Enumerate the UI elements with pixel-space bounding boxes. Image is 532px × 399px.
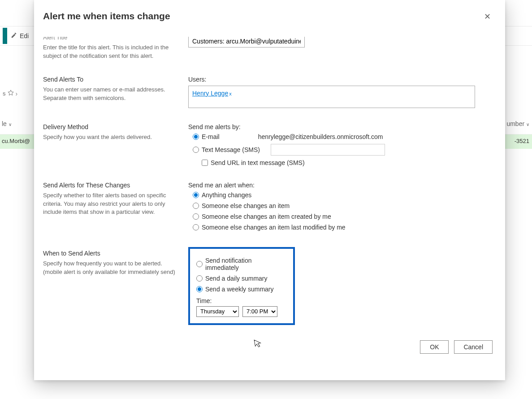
edit-command[interactable]: Edi [11, 32, 29, 40]
changes-field-label: Send me an alert when: [188, 182, 493, 189]
time-row: Time: Thursday 7:00 PM [196, 297, 287, 317]
user-chip-henry-legge[interactable]: Henry Legge [192, 90, 228, 97]
time-hour-select[interactable]: 7:00 PM [242, 306, 277, 317]
bg-letter-s: s [3, 90, 6, 97]
alert-title-input[interactable] [188, 37, 305, 48]
sms-number-input[interactable] [271, 144, 385, 156]
when-label-weekly: Send a weekly summary [205, 286, 274, 293]
section-changes: Send Alerts for These Changes Specify wh… [43, 182, 493, 234]
edit-label: Edi [20, 32, 29, 39]
dialog-body: Alert Title Enter the title for this ale… [43, 37, 498, 376]
users-people-picker[interactable]: Henry Leggex [188, 86, 475, 108]
when-label-immediately: Send notification immediately [205, 257, 287, 271]
delivery-radio-email[interactable] [193, 134, 199, 140]
when-heading: When to Send Alerts [43, 250, 177, 257]
delivery-email-label: E-mail [202, 133, 220, 140]
changes-label-modified-by-me: Someone else changes an item last modifi… [202, 224, 346, 231]
delivery-option-sms-row: Text Message (SMS) [188, 144, 493, 156]
delivery-heading: Delivery Method [43, 123, 177, 130]
dialog-header: Alert me when items change ✕ [34, 0, 505, 29]
changes-radio-created-by-me[interactable] [193, 213, 199, 220]
bg-row-number-fragment: -3521 [515, 138, 529, 144]
cancel-button[interactable]: Cancel [454, 340, 493, 354]
when-label-daily: Send a daily summary [205, 275, 268, 282]
star-icon[interactable] [8, 90, 14, 97]
section-send-to: Send Alerts To You can enter user names … [43, 76, 493, 108]
time-label: Time: [196, 297, 287, 304]
changes-radio-modified-by-me[interactable] [193, 224, 199, 230]
when-radio-daily[interactable] [196, 275, 203, 282]
send-to-description: You can enter user names or e-mail addre… [43, 86, 177, 103]
section-delivery: Delivery Method Specify how you want the… [43, 123, 493, 166]
when-radio-immediately[interactable] [196, 261, 203, 267]
send-url-label: Send URL in text message (SMS) [211, 159, 305, 166]
bg-breadcrumb: s › [0, 90, 17, 97]
bg-col-right[interactable]: umber ∨ [506, 120, 529, 127]
bg-accent-bar [3, 28, 7, 44]
time-day-select[interactable]: Thursday [196, 306, 239, 317]
bg-row-email-fragment: cu.Morbi@ [2, 138, 30, 144]
send-to-heading: Send Alerts To [43, 76, 177, 83]
delivery-email-address: henrylegge@citizenbuilders.onmicrosoft.c… [258, 133, 383, 140]
changes-description: Specify whether to filter alerts based o… [43, 191, 177, 217]
when-radio-weekly[interactable] [196, 286, 203, 292]
ok-button[interactable]: OK [420, 340, 449, 354]
user-chip-remove[interactable]: x [229, 91, 232, 96]
close-icon[interactable]: ✕ [482, 11, 493, 22]
dialog-footer: OK Cancel [43, 340, 493, 361]
delivery-sms-label: Text Message (SMS) [202, 146, 260, 153]
delivery-radio-sms[interactable] [193, 147, 199, 153]
bg-col-left[interactable]: le ∨ [2, 120, 12, 127]
changes-heading: Send Alerts for These Changes [43, 182, 177, 189]
changes-radio-someone-else[interactable] [193, 203, 199, 209]
users-field-label: Users: [188, 76, 493, 83]
section-alert-title: Alert Title Enter the title for this ale… [43, 37, 493, 61]
send-url-row: Send URL in text message (SMS) [202, 159, 493, 166]
delivery-option-email-row: E-mail henrylegge@citizenbuilders.onmicr… [188, 133, 493, 140]
dialog-title: Alert me when items change [43, 11, 170, 22]
alert-settings-dialog: Alert me when items change ✕ Alert Title… [34, 0, 505, 380]
alert-title-description: Enter the title for this alert. This is … [43, 43, 177, 61]
changes-radio-anything[interactable] [193, 192, 199, 198]
changes-label-created-by-me: Someone else changes an item created by … [202, 213, 331, 220]
delivery-description: Specify how you want the alerts delivere… [43, 133, 177, 142]
when-description: Specify how frequently you want to be al… [43, 260, 177, 277]
alert-title-heading: Alert Title [43, 37, 177, 41]
section-when: When to Send Alerts Specify how frequent… [43, 250, 493, 325]
chevron-right-icon: › [16, 90, 18, 97]
send-url-checkbox[interactable] [202, 160, 208, 166]
changes-label-anything: Anything changes [202, 191, 251, 199]
pencil-icon [11, 32, 17, 40]
delivery-field-label: Send me alerts by: [188, 123, 493, 130]
changes-label-someone-else: Someone else changes an item [202, 202, 290, 209]
when-highlight-box: Send notification immediately Send a dai… [188, 247, 295, 325]
